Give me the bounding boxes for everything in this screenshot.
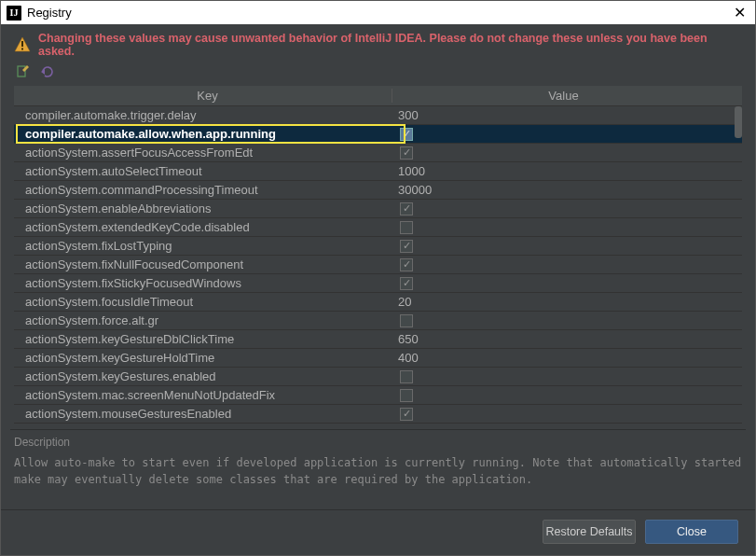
cell-value[interactable] <box>392 128 742 141</box>
cell-key: actionSystem.mac.screenMenuNotUpdatedFix <box>23 388 392 402</box>
description-title: Description <box>14 436 742 449</box>
cell-key: actionSystem.force.alt.gr <box>23 313 392 327</box>
cell-value[interactable]: 20 <box>392 295 742 309</box>
cell-value[interactable] <box>392 240 742 253</box>
cell-key: actionSystem.fixLostTyping <box>23 239 392 253</box>
table-row[interactable]: actionSystem.mac.screenMenuNotUpdatedFix <box>14 386 742 405</box>
table-row[interactable]: actionSystem.commandProcessingTimeout300… <box>14 181 742 200</box>
checkbox[interactable] <box>400 389 413 402</box>
undo-icon[interactable] <box>38 63 55 80</box>
checkbox[interactable] <box>400 314 413 327</box>
table-row[interactable]: compiler.automake.trigger.delay300 <box>14 106 742 125</box>
description-panel: Description Allow auto-make to start eve… <box>10 429 746 509</box>
table-row[interactable]: actionSystem.extendedKeyCode.disabled <box>14 218 742 237</box>
cell-key: actionSystem.keyGestures.enabled <box>23 369 392 383</box>
window-title: Registry <box>27 6 72 20</box>
cell-key: actionSystem.keyGestureHoldTime <box>23 351 392 365</box>
scrollbar-thumb[interactable] <box>735 106 742 138</box>
cell-value[interactable]: 1000 <box>392 164 742 178</box>
checkbox[interactable] <box>400 277 413 290</box>
table-row[interactable]: actionSystem.assertFocusAccessFromEdt <box>14 144 742 162</box>
table-row[interactable]: actionSystem.focusIdleTimeout20 <box>14 293 742 312</box>
registry-table: Key Value compiler.automake.trigger.dela… <box>14 86 742 424</box>
cell-value[interactable] <box>392 389 742 402</box>
warning-banner: Changing these values may cause unwanted… <box>1 24 755 62</box>
warning-text: Changing these values may cause unwanted… <box>38 32 742 58</box>
cell-value[interactable] <box>392 277 742 290</box>
warning-icon <box>14 36 31 53</box>
table-row[interactable]: actionSystem.force.alt.gr <box>14 312 742 330</box>
cell-key: compiler.automake.allow.when.app.running <box>23 127 392 141</box>
cell-value[interactable] <box>392 314 742 327</box>
svg-rect-1 <box>21 41 23 47</box>
cell-key: actionSystem.focusIdleTimeout <box>23 295 392 309</box>
cell-key: actionSystem.autoSelectTimeout <box>23 164 392 178</box>
svg-rect-2 <box>21 49 23 50</box>
cell-value[interactable]: 300 <box>392 108 742 122</box>
cell-value[interactable]: 400 <box>392 351 742 365</box>
content-area: Changing these values may cause unwanted… <box>1 24 755 555</box>
cell-key: actionSystem.extendedKeyCode.disabled <box>23 220 392 234</box>
checkbox[interactable] <box>400 146 413 160</box>
checkbox[interactable] <box>400 408 413 421</box>
restore-defaults-button[interactable]: Restore Defaults <box>543 520 636 544</box>
checkbox[interactable] <box>400 240 413 253</box>
table-row[interactable]: actionSystem.keyGestures.enabled <box>14 368 742 386</box>
cell-key: compiler.automake.trigger.delay <box>23 108 392 122</box>
toolbar <box>1 62 755 86</box>
table-body: compiler.automake.trigger.delay300compil… <box>14 106 742 424</box>
cell-key: actionSystem.assertFocusAccessFromEdt <box>23 146 392 160</box>
titlebar: IJ Registry ✕ <box>1 1 755 24</box>
close-button[interactable]: Close <box>645 520 738 544</box>
cell-key: actionSystem.keyGestureDblClickTime <box>23 332 392 346</box>
table-row[interactable]: actionSystem.fixStickyFocusedWindows <box>14 274 742 293</box>
cell-value[interactable] <box>392 146 742 160</box>
cell-value[interactable] <box>392 202 742 215</box>
cell-value[interactable] <box>392 221 742 234</box>
col-header-key[interactable]: Key <box>23 89 392 103</box>
checkbox[interactable] <box>400 258 413 271</box>
table-row[interactable]: compiler.automake.allow.when.app.running <box>14 125 742 144</box>
edit-icon[interactable] <box>14 63 31 80</box>
registry-dialog: IJ Registry ✕ Changing these values may … <box>0 0 756 556</box>
checkbox[interactable] <box>400 370 413 383</box>
cell-key: actionSystem.enableAbbreviations <box>23 202 392 215</box>
checkbox[interactable] <box>400 128 413 141</box>
table-row[interactable]: actionSystem.keyGestureDblClickTime650 <box>14 330 742 349</box>
table-row[interactable]: actionSystem.fixLostTyping <box>14 237 742 256</box>
col-header-value[interactable]: Value <box>392 89 735 103</box>
cell-key: actionSystem.fixNullFocusedComponent <box>23 257 392 271</box>
description-body: Allow auto-make to start even if develop… <box>14 454 742 488</box>
dialog-footer: Restore Defaults Close <box>1 509 755 555</box>
table-row[interactable]: actionSystem.keyGestureHoldTime400 <box>14 349 742 368</box>
table-row[interactable]: actionSystem.mouseGesturesEnabled <box>14 405 742 424</box>
cell-value[interactable]: 650 <box>392 332 742 346</box>
close-icon[interactable]: ✕ <box>730 4 749 21</box>
app-icon: IJ <box>7 6 21 21</box>
cell-value[interactable] <box>392 408 742 421</box>
cell-key: actionSystem.fixStickyFocusedWindows <box>23 276 392 290</box>
cell-value[interactable] <box>392 370 742 383</box>
table-row[interactable]: actionSystem.enableAbbreviations <box>14 200 742 218</box>
table-row[interactable]: actionSystem.autoSelectTimeout1000 <box>14 162 742 181</box>
checkbox[interactable] <box>400 221 413 234</box>
cell-value[interactable]: 30000 <box>392 183 742 197</box>
table-row[interactable]: actionSystem.fixNullFocusedComponent <box>14 256 742 274</box>
checkbox[interactable] <box>400 202 413 215</box>
cell-key: actionSystem.commandProcessingTimeout <box>23 183 392 197</box>
cell-key: actionSystem.mouseGesturesEnabled <box>23 407 392 421</box>
cell-value[interactable] <box>392 258 742 271</box>
table-header: Key Value <box>14 86 742 106</box>
